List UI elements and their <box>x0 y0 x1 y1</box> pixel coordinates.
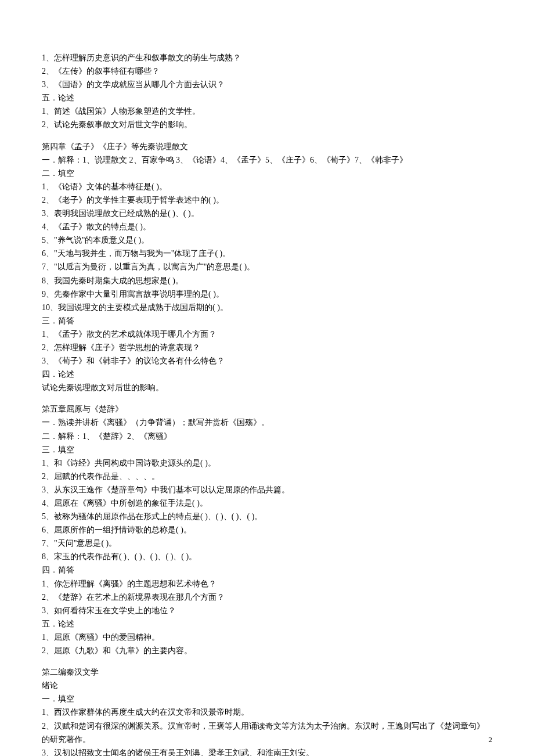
blank-line <box>42 132 492 140</box>
text-line: 2、屈原《九歌》和《九章》的主要内容。 <box>42 644 492 657</box>
fill-blank: 7、"天问"意思是( )。 <box>42 537 492 550</box>
fill-blank: 3、表明我国说理散文已经成熟的是( )、( )。 <box>42 207 492 220</box>
section-heading: 五．论述 <box>42 91 492 105</box>
text-line: 1、西汉作家群体的再度生成大约在汉文帝和汉景帝时期。 <box>42 705 492 719</box>
text-line: 2、汉赋和楚词有很深的渊源关系。汉宣帝时，王褒等人用诵读奇文等方法为太子治病。东… <box>42 719 492 746</box>
chapter-title: 第四章《孟子》《庄子》等先秦说理散文 <box>42 140 492 153</box>
fill-blank: 9、先秦作家中大量引用寓言故事说明事理的是( )。 <box>42 287 492 301</box>
fill-blank: 8、宋玉的代表作品有( )、( )、( )、( )、( )。 <box>42 550 492 563</box>
fill-blank: 1、《论语》文体的基本特征是( )。 <box>42 180 492 193</box>
text-line: 1、怎样理解历史意识的产生和叙事散文的萌生与成熟？ <box>42 51 492 64</box>
text-line: 3、汉初以招致文士闻名的诸侯王有吴王刘濞、梁孝王刘武、和淮南王刘安。 <box>42 746 492 756</box>
section-heading: 三．填空 <box>42 443 492 456</box>
text-line: 2、怎样理解《庄子》哲学思想的诗意表现？ <box>42 341 492 354</box>
section-heading: 一．解释：1、说理散文 2、百家争鸣 3、《论语》4、《孟子》5、《庄子》6、《… <box>42 153 492 167</box>
fill-blank: 10、我国说理文的主要模式是成熟于战国后期的( )。 <box>42 301 492 314</box>
text-line: 2、《左传》的叙事特征有哪些？ <box>42 64 492 78</box>
fill-blank: 8、我国先秦时期集大成的思想家是( )。 <box>42 274 492 287</box>
fill-blank: 4、屈原在《离骚》中所创造的象征手法是( )。 <box>42 496 492 510</box>
text-line: 1、屈原《离骚》中的爱国精神。 <box>42 631 492 644</box>
section-heading: 二．解释：1、《楚辞》2、《离骚》 <box>42 430 492 443</box>
section-heading: 一．填空 <box>42 692 492 705</box>
text-line: 1、简述《战国策》人物形象塑造的文学性。 <box>42 105 492 118</box>
fill-blank: 5、被称为骚体的屈原作品在形式上的特点是( )、( )、( )、( )。 <box>42 510 492 523</box>
text-line: 2、试论先秦叙事散文对后世文学的影响。 <box>42 118 492 131</box>
blank-line <box>42 657 492 665</box>
chapter-title: 第五章屈原与《楚辞》 <box>42 402 492 416</box>
text-line: 试论先秦说理散文对后世的影响。 <box>42 381 492 394</box>
section-heading: 四．论述 <box>42 368 492 381</box>
blank-line <box>42 394 492 402</box>
section-heading: 四．简答 <box>42 563 492 577</box>
text-line: 1、《孟子》散文的艺术成就体现于哪几个方面？ <box>42 327 492 341</box>
text-line: 3、《国语》的文学成就应当从哪几个方面去认识？ <box>42 78 492 91</box>
fill-blank: 3、从东汉王逸作《楚辞章句》中我们基本可以认定屈原的作品共篇。 <box>42 483 492 496</box>
fill-blank: 6、"天地与我并生，而万物与我为一"体现了庄子( )。 <box>42 247 492 260</box>
fill-blank: 2、《老子》的文学性主要表现于哲学表述中的( )。 <box>42 193 492 207</box>
fill-blank: 6、屈原所作的一组抒情诗歌的总称是( )。 <box>42 523 492 537</box>
text-line: 2、《楚辞》在艺术上的新境界表现在那几个方面？ <box>42 591 492 604</box>
page-number: 2 <box>489 733 493 746</box>
section-heading: 五．论述 <box>42 617 492 631</box>
text-line: 3、如何看待宋玉在文学史上的地位？ <box>42 604 492 617</box>
fill-blank: 1、和《诗经》共同构成中国诗歌史源头的是( )。 <box>42 456 492 470</box>
fill-blank: 4、《孟子》散文的特点是( )。 <box>42 220 492 233</box>
section-heading: 三．简答 <box>42 314 492 327</box>
fill-blank: 7、"以卮言为曼衍，以重言为真，以寓言为广"的意思是( )。 <box>42 260 492 273</box>
section-heading: 一．熟读并讲析《离骚》（力争背诵）；默写并赏析《国殇》。 <box>42 416 492 429</box>
part-title: 第二编秦汉文学 <box>42 665 492 679</box>
text-line: 3、《荀子》和《韩非子》的议论文各有什么特色？ <box>42 354 492 368</box>
sub-title: 绪论 <box>42 679 492 692</box>
section-heading: 二．填空 <box>42 167 492 180</box>
text-line: 1、你怎样理解《离骚》的主题思想和艺术特色？ <box>42 577 492 591</box>
fill-blank: 2、屈赋的代表作品是、、、、。 <box>42 470 492 483</box>
fill-blank: 5、"养气说"的本质意义是( )。 <box>42 233 492 247</box>
